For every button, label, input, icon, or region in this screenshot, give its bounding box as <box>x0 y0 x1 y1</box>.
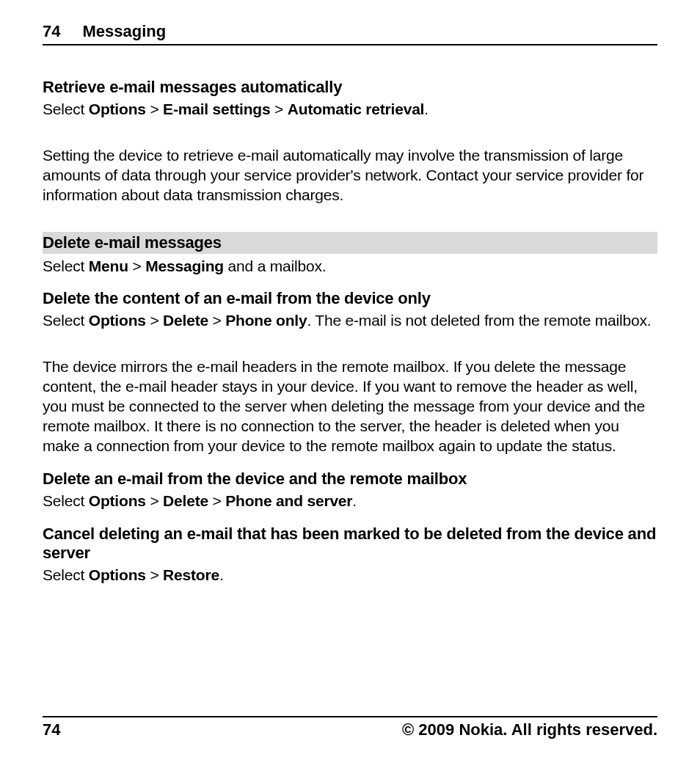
sep: > <box>146 101 163 117</box>
heading-delete-email-messages: Delete e-mail messages <box>43 232 657 254</box>
heading-delete-device-only: Delete the content of an e-mail from the… <box>43 289 657 308</box>
bold-messaging: Messaging <box>145 257 224 274</box>
heading-delete-device-remote: Delete an e-mail from the device and the… <box>43 469 657 489</box>
bold-options: Options <box>89 492 146 509</box>
para-device-only-select: Select Options > Delete > Phone only. Th… <box>43 311 657 331</box>
page-header: 74 Messaging <box>43 22 657 45</box>
sep: > <box>208 312 225 329</box>
page-number-bottom: 74 <box>43 720 60 739</box>
sep: > <box>146 312 163 329</box>
bold-phone-only: Phone only <box>225 312 307 329</box>
bold-options: Options <box>89 566 146 583</box>
bold-automatic-retrieval: Automatic retrieval <box>288 101 424 117</box>
text-select: Select <box>43 566 89 583</box>
copyright-text: © 2009 Nokia. All rights reserved. <box>402 720 657 739</box>
page: 74 Messaging Retrieve e-mail messages au… <box>0 0 700 585</box>
text-select: Select <box>43 312 89 329</box>
bold-delete: Delete <box>163 492 208 509</box>
text-and-mailbox: and a mailbox. <box>224 257 326 274</box>
para-retrieve-select: Select Options > E-mail settings > Autom… <box>43 100 657 120</box>
bold-options: Options <box>89 101 146 117</box>
sep: > <box>208 492 225 509</box>
text-tail: . The e-mail is not deleted from the rem… <box>307 312 651 329</box>
bold-menu: Menu <box>89 257 128 274</box>
sep: > <box>146 492 163 509</box>
heading-cancel-deleting: Cancel deleting an e-mail that has been … <box>43 525 657 563</box>
sep: > <box>128 257 145 274</box>
sep: > <box>146 566 163 583</box>
para-cancel-select: Select Options > Restore. <box>43 566 657 585</box>
text-select: Select <box>43 492 89 509</box>
bold-restore: Restore <box>163 566 219 583</box>
chapter-title: Messaging <box>82 22 166 41</box>
para-device-remote-select: Select Options > Delete > Phone and serv… <box>43 492 657 511</box>
sep: > <box>270 101 287 117</box>
page-footer: 74 © 2009 Nokia. All rights reserved. <box>43 716 657 739</box>
heading-retrieve-auto: Retrieve e-mail messages automatically <box>43 78 657 97</box>
bold-email-settings: E-mail settings <box>163 101 270 117</box>
bold-options: Options <box>89 312 146 329</box>
para-delete-select: Select Menu > Messaging and a mailbox. <box>43 257 657 277</box>
dot: . <box>424 101 429 117</box>
para-device-only-body: The device mirrors the e-mail headers in… <box>43 357 657 456</box>
page-number-top: 74 <box>43 22 60 41</box>
dot: . <box>219 566 224 583</box>
text-select: Select <box>43 101 89 117</box>
bold-phone-and-server: Phone and server <box>225 492 352 509</box>
para-retrieve-body: Setting the device to retrieve e-mail au… <box>43 146 657 205</box>
dot: . <box>352 492 357 509</box>
bold-delete: Delete <box>163 312 208 329</box>
text-select: Select <box>43 257 89 274</box>
